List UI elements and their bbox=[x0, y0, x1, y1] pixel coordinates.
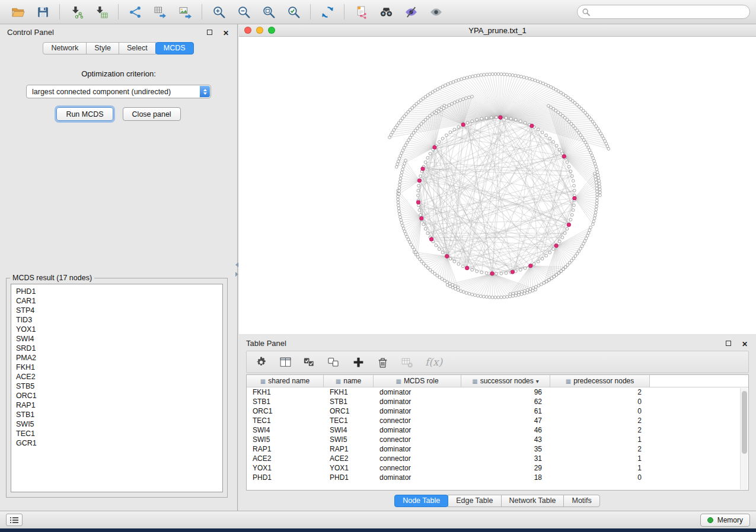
deselect-all-button[interactable] bbox=[328, 356, 340, 368]
select-stepper-icon bbox=[200, 86, 210, 97]
close-panel-icon[interactable] bbox=[741, 339, 749, 348]
panel-splitter-handle[interactable] bbox=[235, 259, 239, 280]
network-graph-svg bbox=[239, 37, 756, 334]
mcds-result-item[interactable]: STP4 bbox=[16, 306, 222, 315]
show-all-button[interactable] bbox=[424, 2, 448, 21]
cell-name: TEC1 bbox=[324, 416, 374, 425]
table-row[interactable]: RAP1RAP1dominator352 bbox=[247, 444, 748, 454]
table-toolbar: f(x) bbox=[246, 351, 749, 373]
find-button[interactable] bbox=[374, 2, 398, 21]
network-view-window: YPA_prune.txt_1 bbox=[239, 24, 756, 334]
cell-name: STB1 bbox=[324, 398, 374, 406]
scrollbar-thumb[interactable] bbox=[742, 391, 747, 454]
mcds-result-item[interactable]: SWI5 bbox=[16, 419, 222, 429]
network-canvas[interactable] bbox=[239, 37, 756, 334]
zoom-fit-button[interactable] bbox=[257, 2, 280, 21]
network-window-titlebar: YPA_prune.txt_1 bbox=[239, 24, 756, 37]
open-file-button[interactable] bbox=[6, 2, 30, 21]
mcds-result-item[interactable]: RAP1 bbox=[16, 400, 222, 410]
mcds-result-item[interactable]: SWI4 bbox=[16, 334, 222, 344]
cell-mcds-role: connector bbox=[374, 464, 461, 472]
table-row[interactable]: SWI5SWI5connector431 bbox=[247, 435, 748, 444]
tab-node-table[interactable]: Node Table bbox=[394, 495, 448, 507]
column-header-mcds-role[interactable]: ▦MCDS role bbox=[374, 375, 461, 387]
toolbar-separator bbox=[344, 4, 344, 20]
zoom-out-button[interactable] bbox=[232, 2, 256, 21]
mcds-result-item[interactable]: ORC1 bbox=[16, 391, 222, 400]
column-visibility-button[interactable] bbox=[279, 356, 292, 368]
table-settings-icon bbox=[255, 356, 267, 368]
float-panel-icon[interactable] bbox=[207, 30, 212, 35]
table-row[interactable]: ORC1ORC1dominator610 bbox=[247, 406, 748, 416]
tab-select[interactable]: Select bbox=[119, 42, 156, 55]
mcds-result-item[interactable]: TID3 bbox=[16, 315, 222, 325]
refresh-layout-button[interactable] bbox=[315, 2, 339, 21]
column-header-successor-nodes[interactable]: ▦successor nodes▾ bbox=[461, 375, 550, 387]
optimization-criterion-select[interactable]: largest connected component (undirected) bbox=[26, 85, 211, 98]
zoom-selected-button[interactable] bbox=[282, 2, 305, 21]
memory-button[interactable]: Memory bbox=[700, 514, 750, 527]
tab-edge-table[interactable]: Edge Table bbox=[448, 495, 501, 507]
mcds-result-list[interactable]: PHD1CAR1STP4TID3YOX1SWI4SRD1PMA2FKH1ACE2… bbox=[11, 284, 223, 492]
mcds-result-item[interactable]: FKH1 bbox=[16, 363, 222, 372]
search-input[interactable] bbox=[594, 8, 745, 16]
toolbar-separator bbox=[118, 4, 119, 20]
column-header-name[interactable]: ▦name bbox=[324, 375, 374, 387]
column-header-shared-name[interactable]: ▦shared name bbox=[247, 375, 324, 387]
search-box[interactable] bbox=[577, 5, 750, 19]
tab-style[interactable]: Style bbox=[86, 42, 119, 55]
export-table-button[interactable] bbox=[148, 2, 172, 21]
tab-network[interactable]: Network bbox=[43, 42, 87, 55]
float-panel-icon[interactable] bbox=[726, 341, 731, 346]
hide-selected-icon bbox=[404, 5, 418, 19]
save-button[interactable] bbox=[31, 2, 55, 21]
mcds-result-item[interactable]: PMA2 bbox=[16, 353, 222, 363]
export-image-button[interactable] bbox=[173, 2, 197, 21]
mcds-result-item[interactable]: TEC1 bbox=[16, 429, 222, 438]
close-panel-icon[interactable] bbox=[222, 28, 230, 37]
mcds-result-item[interactable]: GCR1 bbox=[16, 438, 222, 448]
tab-network-table[interactable]: Network Table bbox=[501, 495, 564, 507]
export-network-button[interactable] bbox=[123, 2, 147, 21]
toolbar-separator bbox=[202, 4, 202, 20]
column-header-predecessor-nodes[interactable]: ▦predecessor nodes bbox=[550, 375, 650, 387]
table-row[interactable]: FKH1FKH1dominator962 bbox=[247, 387, 748, 397]
hide-selected-button[interactable] bbox=[399, 2, 423, 21]
delete-row-button[interactable] bbox=[377, 356, 389, 368]
import-table-button[interactable] bbox=[90, 2, 113, 21]
tab-mcds[interactable]: MCDS bbox=[155, 42, 194, 55]
mcds-result-item[interactable]: STB1 bbox=[16, 410, 222, 419]
cell-shared-name: FKH1 bbox=[247, 388, 324, 396]
add-row-button[interactable] bbox=[352, 356, 365, 368]
run-mcds-button[interactable]: Run MCDS bbox=[56, 107, 113, 121]
cell-predecessor-nodes: 0 bbox=[550, 398, 650, 406]
main-toolbar bbox=[0, 0, 756, 24]
mcds-result-item[interactable]: PHD1 bbox=[16, 287, 222, 296]
table-row[interactable]: PHD1PHD1dominator180 bbox=[247, 473, 748, 482]
table-row[interactable]: ACE2ACE2connector311 bbox=[247, 454, 748, 463]
table-row[interactable]: TEC1TEC1connector472 bbox=[247, 416, 748, 425]
cell-mcds-role: dominator bbox=[374, 473, 461, 482]
mcds-result-item[interactable]: YOX1 bbox=[16, 325, 222, 334]
table-settings-button[interactable] bbox=[255, 356, 267, 368]
import-network-button[interactable] bbox=[65, 2, 88, 21]
table-row[interactable]: SWI4SWI4dominator462 bbox=[247, 425, 748, 435]
close-panel-button[interactable]: Close panel bbox=[123, 107, 181, 121]
column-type-icon: ▦ bbox=[566, 378, 571, 384]
table-row[interactable]: YOX1YOX1connector291 bbox=[247, 463, 748, 473]
table-row[interactable]: STB1STB1dominator620 bbox=[247, 397, 748, 406]
node-table: ▦shared name▦name▦MCDS role▦successor no… bbox=[246, 374, 749, 491]
table-scrollbar[interactable] bbox=[740, 388, 748, 489]
mcds-result-item[interactable]: STB5 bbox=[16, 382, 222, 391]
zoom-in-button[interactable] bbox=[207, 2, 231, 21]
mcds-result-item[interactable]: ACE2 bbox=[16, 372, 222, 382]
control-panel-tabs: NetworkStyleSelectMCDS bbox=[0, 42, 237, 55]
cell-predecessor-nodes: 1 bbox=[550, 435, 650, 444]
mcds-result-item[interactable]: CAR1 bbox=[16, 296, 222, 306]
control-panel: Control Panel NetworkStyleSelectMCDS Opt… bbox=[0, 24, 238, 511]
clone-network-button[interactable] bbox=[349, 2, 373, 21]
mcds-result-item[interactable]: SRD1 bbox=[16, 344, 222, 353]
tab-motifs[interactable]: Motifs bbox=[563, 495, 599, 507]
panel-menu-button[interactable] bbox=[6, 514, 23, 526]
select-all-button[interactable] bbox=[304, 356, 316, 368]
